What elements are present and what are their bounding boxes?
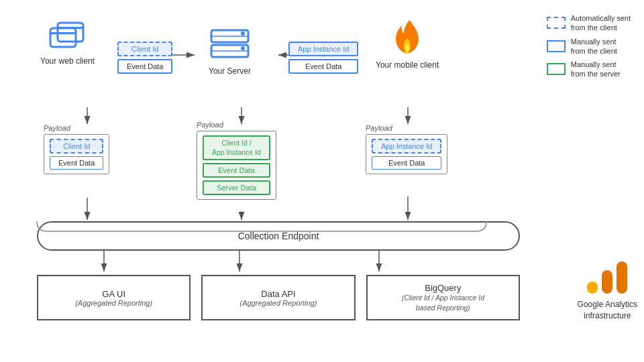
payload-server-serverdata: Server Data (203, 180, 270, 195)
ga-ui-subtitle: (Aggregated Reporting) (75, 299, 152, 307)
payload-mobile: Payload App Instance Id Event Data (366, 124, 447, 174)
legend-auto-label: Automatically sentfrom the client (571, 13, 631, 33)
mobile-client-label: Your mobile client (376, 60, 439, 70)
svg-rect-23 (602, 270, 612, 294)
payload-web-label: Payload (44, 124, 109, 132)
payload-web-box: Client Id Event Data (44, 134, 109, 174)
svg-rect-13 (50, 32, 76, 34)
legend-manual-client: Manually sentfrom the client (547, 37, 631, 56)
payload-web-clientid: Client Id (50, 139, 103, 154)
web-client-icon (47, 20, 87, 54)
data-api-box: Data API (Aggregated Reporting) (201, 275, 355, 320)
ga-infra-icon (584, 258, 631, 295)
svg-rect-15 (58, 27, 83, 29)
legend-auto: Automatically sentfrom the client (547, 13, 631, 33)
server-icon (208, 27, 252, 64)
svg-rect-22 (587, 282, 598, 294)
server-mobile-data-boxes: App Instance Id Event Data (288, 42, 358, 74)
legend: Automatically sentfrom the client Manual… (547, 13, 631, 79)
output-row: GA UI (Aggregated Reporting) Data API (A… (37, 275, 520, 320)
web-client-data-boxes: Client Id Event Data (117, 42, 172, 74)
ga-ui-title: GA UI (102, 289, 125, 299)
web-client-section: Your web client (40, 20, 95, 66)
client-id-box-web: Client Id (117, 42, 172, 56)
ga-ui-box: GA UI (Aggregated Reporting) (37, 275, 191, 320)
collection-endpoint-label: Collection Endpoint (238, 231, 319, 241)
legend-auto-box (547, 17, 566, 29)
payload-server-eventdata: Event Data (203, 163, 270, 178)
event-data-box-web: Event Data (117, 59, 172, 74)
app-instance-id-box: App Instance Id (288, 42, 358, 56)
payload-server-clientid: Client Id /App Instance Id (203, 135, 270, 160)
server-section: Your Server (208, 27, 252, 76)
legend-manual-server: Manually sentfrom the server (547, 60, 631, 79)
svg-rect-24 (616, 261, 627, 294)
legend-manual-server-label: Manually sentfrom the server (571, 60, 621, 79)
collection-endpoint: Collection Endpoint (37, 221, 520, 251)
payload-server-label: Payload (197, 121, 276, 129)
payload-mobile-label: Payload (366, 124, 447, 132)
svg-rect-12 (50, 28, 76, 47)
data-api-title: Data API (261, 289, 295, 299)
legend-manual-client-box (547, 40, 566, 52)
legend-manual-client-label: Manually sentfrom the client (571, 37, 617, 56)
ga-infra: Google Analyticsinfrastructure (578, 258, 637, 322)
payload-web-eventdata: Event Data (50, 156, 103, 170)
payload-mobile-eventdata: Event Data (372, 156, 441, 170)
payload-server-box: Client Id /App Instance Id Event Data Se… (197, 131, 276, 200)
mobile-client-section: Your mobile client (376, 19, 439, 70)
bigquery-box: BigQuery (Client Id / App Instance Idbas… (366, 275, 520, 320)
data-api-subtitle: (Aggregated Reporting) (240, 299, 317, 307)
svg-point-21 (241, 46, 245, 50)
svg-point-18 (241, 32, 245, 36)
diagram-container: Automatically sentfrom the client Manual… (0, 0, 644, 362)
payload-web: Payload Client Id Event Data (44, 124, 109, 174)
ga-infra-label: Google Analyticsinfrastructure (578, 299, 637, 322)
bigquery-subtitle: (Client Id / App Instance Idbased Report… (402, 293, 484, 312)
event-data-box-mobile: Event Data (288, 59, 358, 74)
bigquery-title: BigQuery (425, 283, 461, 293)
legend-manual-server-box (547, 63, 566, 75)
payload-mobile-box: App Instance Id Event Data (366, 134, 447, 174)
server-label: Your Server (209, 66, 251, 76)
payload-mobile-appinstanceid: App Instance Id (372, 139, 441, 154)
payload-server: Payload Client Id /App Instance Id Event… (197, 121, 276, 200)
mobile-client-icon (390, 19, 424, 58)
web-client-label: Your web client (40, 56, 95, 66)
